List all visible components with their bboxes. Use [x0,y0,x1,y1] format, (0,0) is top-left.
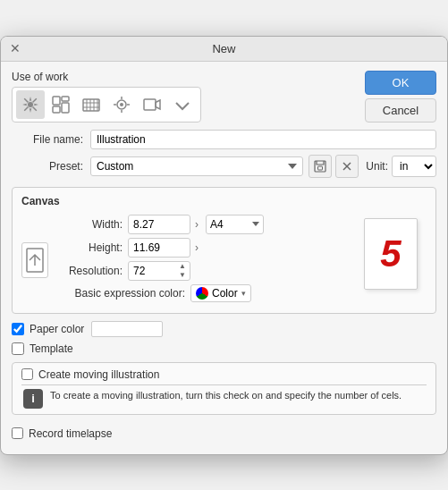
color-row: Basic expression color: Color ▾ [55,284,342,302]
new-dialog: ✕ New Use of work [0,36,448,455]
height-input[interactable] [128,238,190,258]
more-icon-btn[interactable] [168,90,197,119]
cancel-button[interactable]: Cancel [365,98,436,122]
canvas-fields: Width: › A4 A3 Letter Custom [55,215,342,306]
svg-rect-5 [83,99,99,111]
size-select[interactable]: A4 A3 Letter Custom [206,215,264,234]
animation-icon-btn[interactable] [77,90,106,119]
preset-save-icon[interactable] [309,155,332,178]
template-row: Template [12,342,436,355]
color-select-wrap[interactable]: Color ▾ [190,284,251,302]
height-label: Height: [55,241,123,254]
width-input[interactable] [128,215,190,234]
design-icon-btn[interactable] [107,90,136,119]
svg-rect-16 [318,166,323,170]
file-name-row: File name: [12,130,436,149]
paper-color-label: Paper color [30,323,84,335]
moving-header: Create moving illustration [21,368,427,381]
preview-box: 5 [364,218,418,290]
title-bar: ✕ New [1,37,447,62]
preview-wrap: 5 [355,215,427,306]
svg-rect-3 [62,103,69,113]
record-timelapse-row: Record timelapse [12,422,436,445]
info-icon: i [23,389,43,409]
top-row: Use of work [12,71,436,122]
canvas-section: Canvas Width: [12,187,436,314]
svg-rect-14 [144,99,156,110]
svg-rect-1 [53,97,60,105]
record-timelapse-checkbox[interactable] [12,427,23,439]
svg-rect-4 [53,106,60,113]
preset-delete-icon[interactable] [335,155,359,178]
svg-rect-2 [62,97,69,101]
preset-label: Preset: [12,160,83,173]
preset-icons [309,155,359,178]
height-arrow[interactable]: › [195,241,199,254]
preset-select[interactable]: Custom A4 A3 Letter [90,156,303,176]
canvas-inner: Width: › A4 A3 Letter Custom [21,215,427,306]
dialog-title: New [212,42,235,55]
resolution-input-wrap: ▲ ▼ [128,261,190,281]
canvas-left [21,215,48,306]
paper-color-row: Paper color [12,321,436,337]
orientation-portrait-btn[interactable] [21,242,48,278]
template-label: Template [30,342,73,355]
paper-color-checkbox[interactable] [12,323,24,335]
svg-point-0 [28,102,33,107]
width-arrow[interactable]: › [195,218,199,231]
width-row: Width: › A4 A3 Letter Custom [55,215,342,234]
ok-button[interactable]: OK [365,71,436,95]
moving-illustration-label: Create moving illustration [38,368,159,381]
file-name-input[interactable] [90,130,436,149]
info-text: To create a moving illustration, turn th… [50,389,402,402]
checkbox-section: Paper color Template [12,321,436,355]
canvas-title: Canvas [21,195,427,207]
resolution-up-btn[interactable]: ▲ [176,262,189,271]
color-dot [196,287,208,300]
moving-illustration-checkbox[interactable] [21,368,33,380]
file-name-label: File name: [12,133,83,146]
preset-row: Preset: Custom A4 A3 Letter [12,155,436,178]
preview-number: 5 [380,232,401,275]
use-of-work-section: Use of work [12,71,201,122]
resolution-row: Resolution: ▲ ▼ [55,261,342,281]
resolution-arrows: ▲ ▼ [176,262,189,280]
record-timelapse-label: Record timelapse [29,427,112,440]
comic-icon-btn[interactable] [46,90,75,119]
moving-illustration-section: Create moving illustration i To create a… [12,362,436,415]
size-select-wrap: A4 A3 Letter Custom [206,215,264,234]
use-of-work-label: Use of work [12,71,201,83]
unit-select[interactable]: in cm mm px [392,156,436,177]
width-label: Width: [55,218,123,231]
resolution-down-btn[interactable]: ▼ [176,271,189,280]
illustration-icon-btn[interactable] [16,90,45,119]
close-button[interactable]: ✕ [10,41,21,55]
color-value: Color [212,287,238,300]
template-checkbox[interactable] [12,342,24,355]
height-row: Height: › [55,238,342,258]
svg-point-13 [120,103,123,106]
moving-divider [21,384,427,385]
paper-color-swatch[interactable] [91,321,163,337]
buttons-section: OK Cancel [365,71,436,122]
video-icon-btn[interactable] [138,90,166,119]
moving-info: i To create a moving illustration, turn … [21,389,427,409]
unit-label: Unit: [366,160,388,173]
resolution-label: Resolution: [55,265,123,277]
dialog-body: Use of work [1,62,447,454]
color-dropdown-arrow[interactable]: ▾ [241,289,246,298]
use-of-work-icons [12,87,201,122]
color-label: Basic expression color: [55,287,185,300]
